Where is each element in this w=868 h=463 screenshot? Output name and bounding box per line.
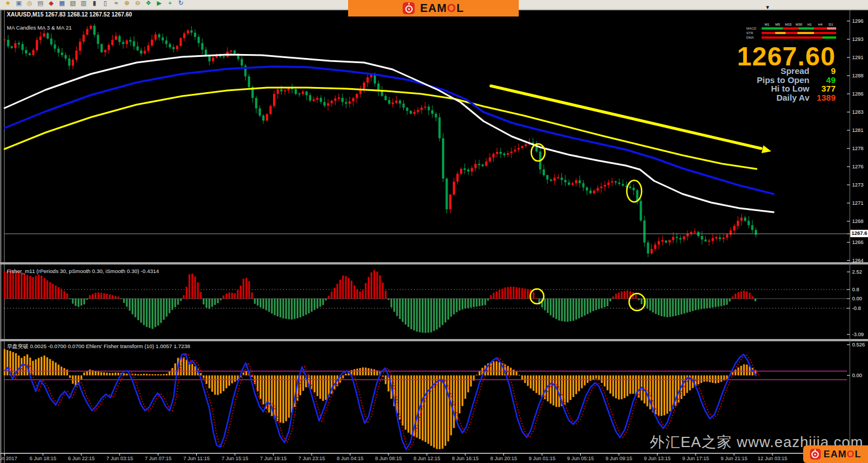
price-axis-label: 1266 <box>852 239 863 245</box>
info-row-spread: Spread9 <box>757 66 836 75</box>
chart-scroll-dropdown-icon[interactable]: ▼ <box>765 5 770 10</box>
time-axis-label: 6 Jun 2017 <box>0 456 17 461</box>
candle-chart-icon[interactable]: ▯ <box>101 0 110 9</box>
print-icon[interactable]: ▤ <box>36 0 45 9</box>
navigator-icon[interactable]: ▧ <box>68 0 77 9</box>
eamol-brand-text: EAMOL <box>420 2 464 15</box>
time-axis-label: 7 Jun 23:15 <box>298 456 325 461</box>
price-axis-label: 1273 <box>852 182 863 188</box>
price-axis-label: 1291 <box>852 55 863 60</box>
matrix-row-dma: DMA <box>746 35 836 40</box>
time-axis-label: 7 Jun 11:15 <box>183 456 209 461</box>
info-row-pips-to-open: Pips to Open49 <box>757 75 836 84</box>
eamol-logo-icon <box>403 2 415 14</box>
time-axis-label: 8 Jun 12:15 <box>414 456 440 461</box>
time-axis-label: 9 Jun 05:15 <box>567 456 594 461</box>
price-axis-label: 1278 <box>852 146 863 151</box>
timeframe-signal-matrix: M1M5M15M30H1H4D1MACDSTRDMA <box>746 23 836 40</box>
market-watch-icon[interactable]: ◆ <box>47 0 56 9</box>
ehlers-indicator-header: 早盘突破 0.0025 -0.0700 0.0700 Ehlers' Fishe… <box>7 343 190 350</box>
zoom-in-icon[interactable]: ⊕ <box>122 0 131 9</box>
market-info-rows: Spread9Pips to Open49Hi to Low377Daily A… <box>757 66 836 101</box>
time-axis-label: 9 Jun 01:15 <box>528 456 555 461</box>
price-axis-label: 1264 <box>852 258 863 263</box>
add-indicator-icon[interactable]: + <box>166 0 175 9</box>
refresh-icon[interactable]: ↻ <box>176 0 185 9</box>
time-axis-label: 9 Jun 21:15 <box>721 456 747 461</box>
time-axis-label: 6 Jun 18:15 <box>30 456 56 461</box>
time-axis-label: 8 Jun 20:15 <box>490 456 517 461</box>
tile-windows-icon[interactable]: ❖ <box>144 0 153 9</box>
mt4-application: ★▣◎▤◆▦▧▥▮▯≈⊕⊖❖▶+↻↖+|—/∥F➚A○ ▼ EAMOL XAUU… <box>0 0 868 463</box>
matrix-timeframe-headers: M1M5M15M30H1H4D1 <box>762 23 836 26</box>
time-axis-label: 8 Jun 16:15 <box>452 456 478 461</box>
time-axis-label: 9 Jun 17:15 <box>682 456 709 461</box>
ma-indicator-label: MA Candles MA 3 & MA 21 <box>7 24 72 31</box>
time-axis-label: 12 Jun 03:15 <box>758 456 787 461</box>
time-axis-label: 6 Jun 22:15 <box>68 456 94 461</box>
price-axis-label: 1288 <box>852 73 863 78</box>
current-price-axis-box: 1267.6 <box>850 230 868 237</box>
time-axis-label: 7 Jun 15:15 <box>221 456 248 461</box>
matrix-row-macd: MACD <box>746 26 836 31</box>
fisher-indicator-header: Fisher_m11 (rPeriods 30, pSmooth 0.30, i… <box>7 268 159 274</box>
info-row-hi-to-low: Hi to Low377 <box>757 84 836 93</box>
price-axis-label: 1268 <box>852 218 863 224</box>
info-row-daily-av: Daily Av1389 <box>757 93 836 102</box>
pane-splitter[interactable] <box>0 339 868 341</box>
fisher-axis-label: -0.8 <box>852 305 861 311</box>
new-order-icon[interactable]: ★ <box>3 0 13 9</box>
price-axis-label: 1281 <box>852 127 863 133</box>
bottom-axis-label: 0.526 <box>852 342 865 348</box>
pane-splitter[interactable] <box>0 262 868 264</box>
time-axis-label: 8 Jun 04:15 <box>337 456 363 461</box>
time-axis-label: 7 Jun 19:15 <box>260 456 287 461</box>
price-axis-label: 1271 <box>852 200 863 206</box>
bottom-axis-label: 0.00 <box>852 373 862 378</box>
time-axis-label: 7 Jun 03:15 <box>106 456 133 461</box>
price-axis-label: 1296 <box>852 18 863 24</box>
time-axis-label: 9 Jun 09:15 <box>605 456 632 461</box>
terminal-icon[interactable]: ▥ <box>79 0 88 9</box>
data-window-icon[interactable]: ▦ <box>57 0 67 9</box>
eamol-banner-top[interactable]: EAMOL <box>348 0 519 16</box>
eamol-logo-icon <box>810 449 821 460</box>
time-axis-label: 9 Jun 13:15 <box>644 456 671 461</box>
price-axis-label: 1283 <box>852 109 863 115</box>
time-axis-separator <box>0 453 868 454</box>
zoom-out-icon[interactable]: ⊖ <box>133 0 142 9</box>
chart-symbol-title: XAUUSD,M15 1267.83 1268.12 1267.52 1267.… <box>7 11 132 18</box>
eamol-brand-text: EAMOL <box>824 449 861 460</box>
search-icon[interactable]: ◎ <box>25 0 34 9</box>
time-axis-label: 7 Jun 07:15 <box>144 456 171 461</box>
matrix-row-str: STR <box>746 31 836 35</box>
time-axis-label: 8 Jun 08:15 <box>375 456 402 461</box>
eamol-banner-bottom[interactable]: EAMOL <box>803 445 868 463</box>
line-chart-icon[interactable]: ≈ <box>111 0 121 9</box>
price-axis-label: 1286 <box>852 91 863 97</box>
fisher-axis-label: 2.52 <box>852 269 862 275</box>
fisher-axis-label: 0.00 <box>852 296 862 301</box>
price-axis-label: 1276 <box>852 164 863 170</box>
bar-chart-icon[interactable]: ▮ <box>90 0 99 9</box>
price-axis-label: 1293 <box>852 36 863 42</box>
auto-trading-icon[interactable]: ▶ <box>155 0 164 9</box>
fisher-axis-label: -3.09 <box>852 332 864 337</box>
profiles-icon[interactable]: ▣ <box>14 0 23 9</box>
fisher-axis-label: 0.8 <box>852 287 859 292</box>
